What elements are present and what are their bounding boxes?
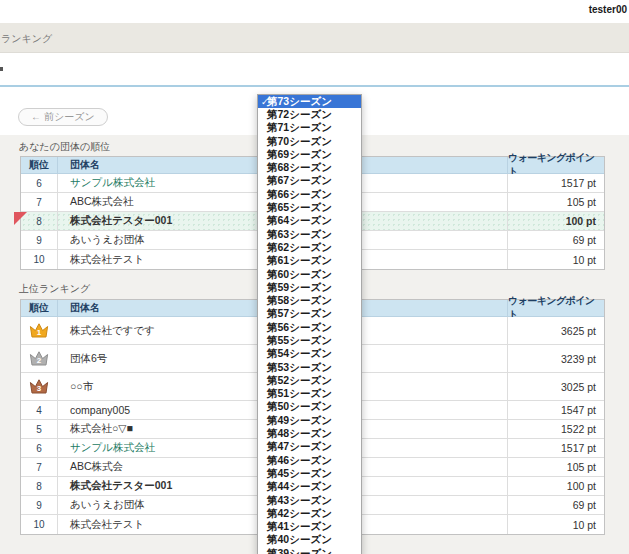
season-option-label: 第47シーズン — [267, 440, 332, 454]
season-option[interactable]: 第51シーズン — [258, 388, 361, 401]
org-name-link[interactable]: サンプル株式会社 — [70, 441, 155, 455]
season-option[interactable]: 第42シーズン — [258, 507, 361, 520]
ranking-page: tester00 ランキング ←前シーズン あなたの団体の順位 順位 団体名 ウ… — [0, 0, 629, 554]
season-option-label: 第61シーズン — [267, 254, 332, 268]
season-option[interactable]: 第59シーズン — [258, 281, 361, 294]
points-value: 69 pt — [507, 496, 604, 514]
season-option[interactable]: 第65シーズン — [258, 201, 361, 214]
points-value: 1522 pt — [507, 420, 604, 438]
points-value: 3625 pt — [507, 317, 604, 344]
points-value: 3025 pt — [507, 373, 604, 400]
season-option-label: 第66シーズン — [267, 188, 332, 202]
season-option[interactable]: 第66シーズン — [258, 188, 361, 201]
season-option[interactable]: 第69シーズン — [258, 148, 361, 161]
season-option[interactable]: 第45シーズン — [258, 467, 361, 480]
season-option[interactable]: ✓第73シーズン — [258, 95, 361, 108]
season-option-label: 第69シーズン — [267, 148, 332, 162]
points-value: 105 pt — [507, 193, 604, 211]
org-name: company005 — [70, 404, 130, 416]
rank-cell: 9 — [21, 496, 58, 514]
season-option[interactable]: 第57シーズン — [258, 308, 361, 321]
season-option[interactable]: 第54シーズン — [258, 348, 361, 361]
rank-cell: 10 — [21, 250, 58, 269]
clipped-text-fragment — [0, 67, 3, 71]
season-option-label: 第44シーズン — [267, 480, 332, 494]
rank-cell: 4 — [21, 401, 58, 419]
season-option[interactable]: 第41シーズン — [258, 521, 361, 534]
season-option[interactable]: 第60シーズン — [258, 268, 361, 281]
medal-bronze-icon: 3 — [29, 378, 49, 395]
rank-cell: 7 — [21, 193, 58, 211]
medal-silver-icon: 2 — [29, 350, 49, 367]
season-option[interactable]: 第46シーズン — [258, 454, 361, 467]
season-option[interactable]: 第72シーズン — [258, 108, 361, 121]
season-option-label: 第62シーズン — [267, 241, 332, 255]
org-name-link[interactable]: サンプル株式会社 — [70, 176, 155, 190]
season-option[interactable]: 第70シーズン — [258, 135, 361, 148]
season-option-label: 第55シーズン — [267, 334, 332, 348]
season-option[interactable]: 第61シーズン — [258, 255, 361, 268]
rank-cell: 2 — [21, 345, 58, 372]
season-option-label: 第73シーズン — [267, 95, 332, 109]
season-option[interactable]: 第53シーズン — [258, 361, 361, 374]
org-name: 株式会社テスト — [70, 518, 144, 532]
season-dropdown[interactable]: ✓第73シーズン第72シーズン第71シーズン第70シーズン第69シーズン第68シ… — [257, 94, 362, 554]
season-option-label: 第46シーズン — [267, 454, 332, 468]
season-option[interactable]: 第63シーズン — [258, 228, 361, 241]
season-option[interactable]: 第50シーズン — [258, 401, 361, 414]
season-option-label: 第41シーズン — [267, 520, 332, 534]
season-option-label: 第52シーズン — [267, 374, 332, 388]
back-arrow-icon: ← — [31, 111, 41, 122]
checkmark-icon: ✓ — [258, 97, 267, 107]
season-option-label: 第42シーズン — [267, 507, 332, 521]
org-name: 団体6号 — [70, 352, 107, 366]
season-option[interactable]: 第58シーズン — [258, 294, 361, 307]
rank-cell: 10 — [21, 515, 58, 534]
medal-gold-icon: 1 — [29, 322, 49, 339]
points-value: 1517 pt — [507, 439, 604, 457]
season-option-label: 第51シーズン — [267, 387, 332, 401]
season-option-label: 第49シーズン — [267, 414, 332, 428]
season-option[interactable]: 第68シーズン — [258, 161, 361, 174]
org-name: ABC株式会 — [70, 460, 123, 474]
season-option[interactable]: 第55シーズン — [258, 334, 361, 347]
season-option[interactable]: 第48シーズン — [258, 427, 361, 440]
current-org-marker — [14, 212, 27, 225]
season-option-label: 第67シーズン — [267, 174, 332, 188]
season-option-label: 第45シーズン — [267, 467, 332, 481]
rank-cell: 6 — [21, 174, 58, 192]
season-option[interactable]: 第49シーズン — [258, 414, 361, 427]
org-name: ABC株式会社 — [70, 195, 134, 209]
page-title: ランキング — [1, 32, 52, 46]
season-option[interactable]: 第67シーズン — [258, 175, 361, 188]
points-value: 100 pt — [507, 477, 604, 495]
points-value: 100 pt — [507, 212, 604, 230]
season-option[interactable]: 第62シーズン — [258, 241, 361, 254]
season-option[interactable]: 第52シーズン — [258, 374, 361, 387]
season-option-label: 第40シーズン — [267, 533, 332, 547]
season-option[interactable]: 第44シーズン — [258, 481, 361, 494]
season-option[interactable]: 第64シーズン — [258, 215, 361, 228]
season-option-label: 第56シーズン — [267, 321, 332, 335]
points-value: 1517 pt — [507, 174, 604, 192]
my-rank-section-title: あなたの団体の順位 — [19, 140, 110, 154]
season-option-label: 第59シーズン — [267, 281, 332, 295]
rank-cell: 8 — [21, 477, 58, 495]
season-option[interactable]: 第71シーズン — [258, 122, 361, 135]
rank-cell: 5 — [21, 420, 58, 438]
season-option[interactable]: 第39シーズン — [258, 547, 361, 554]
rank-cell: 9 — [21, 231, 58, 249]
prev-season-button[interactable]: ←前シーズン — [18, 108, 108, 126]
season-option[interactable]: 第40シーズン — [258, 534, 361, 547]
season-option-label: 第60シーズン — [267, 268, 332, 282]
season-option-label: 第71シーズン — [267, 121, 332, 135]
season-option-label: 第39シーズン — [267, 547, 332, 554]
season-option[interactable]: 第47シーズン — [258, 441, 361, 454]
season-option[interactable]: 第56シーズン — [258, 321, 361, 334]
points-value: 10 pt — [507, 250, 604, 269]
season-option-label: 第72シーズン — [267, 108, 332, 122]
season-option-label: 第53シーズン — [267, 361, 332, 375]
points-value: 69 pt — [507, 231, 604, 249]
season-option[interactable]: 第43シーズン — [258, 494, 361, 507]
logged-in-username: tester00 — [589, 4, 627, 15]
